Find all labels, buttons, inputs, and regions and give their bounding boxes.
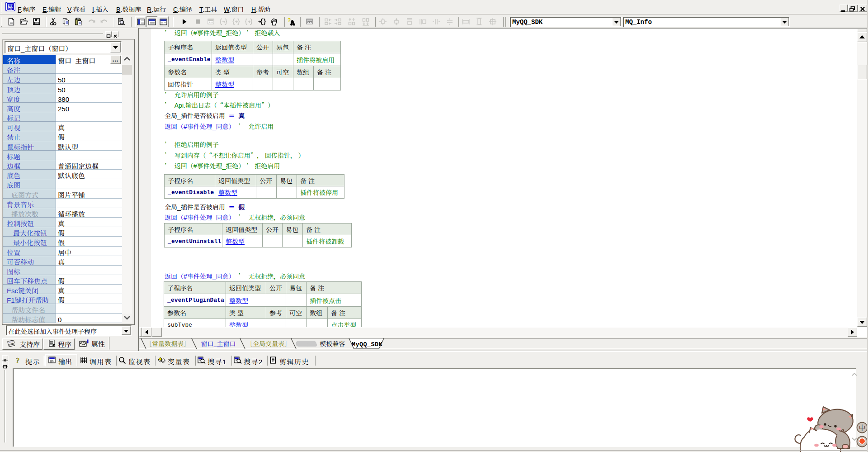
- svg-text:?: ?: [288, 18, 291, 24]
- svg-text:易: 易: [6, 2, 14, 11]
- svg-text:［全局变量表］: ［全局变量表］: [246, 339, 291, 348]
- svg-text:窗口_主窗口: 窗口_主窗口: [201, 339, 236, 348]
- svg-text:MyQQ_SDK: MyQQ_SDK: [352, 341, 383, 348]
- svg-text:中: 中: [859, 423, 865, 432]
- svg-text:［常量数据表］: ［常量数据表］: [146, 339, 190, 348]
- svg-text:?: ?: [16, 357, 19, 364]
- svg-text:模板兼容: 模板兼容: [320, 339, 345, 348]
